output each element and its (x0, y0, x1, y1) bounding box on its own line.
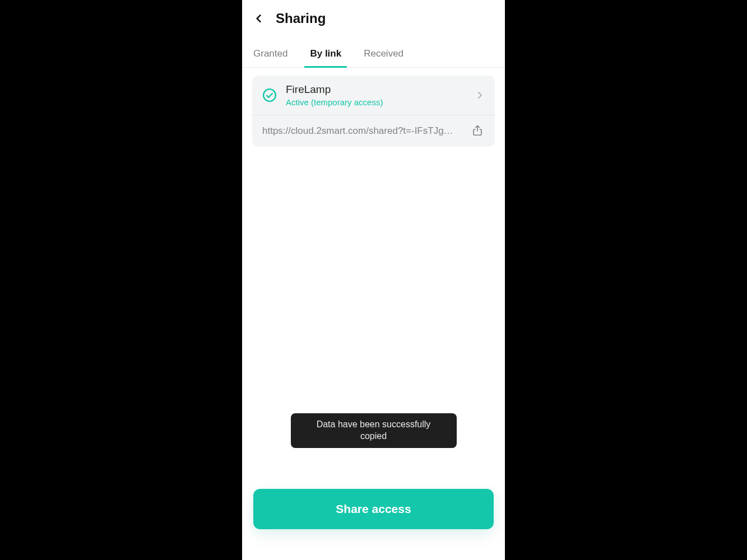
share-item-status: Active (temporary access) (286, 97, 475, 107)
share-link-button[interactable] (471, 124, 485, 138)
footer-area: Share access (242, 489, 505, 529)
back-button[interactable] (250, 10, 268, 27)
app-screen: Sharing Granted By link Received FireLam… (242, 0, 505, 560)
tabs-bar: Granted By link Received (242, 37, 505, 68)
svg-point-0 (263, 89, 276, 101)
share-item-row[interactable]: FireLamp Active (temporary access) (252, 76, 495, 115)
header-bar: Sharing (242, 0, 505, 37)
share-item-text: FireLamp Active (temporary access) (286, 83, 475, 107)
tab-granted[interactable]: Granted (253, 48, 287, 67)
share-access-button[interactable]: Share access (253, 489, 494, 529)
page-title: Sharing (276, 11, 326, 26)
content-area: FireLamp Active (temporary access) https… (242, 68, 505, 155)
share-icon (471, 124, 484, 137)
toast-notification: Data have been successfully copied (291, 413, 457, 448)
checkmark-circle-icon (262, 88, 277, 102)
chevron-right-icon (475, 90, 485, 100)
chevron-left-icon (253, 13, 265, 24)
share-link-row: https://cloud.2smart.com/shared?t=-IFsTJ… (252, 115, 495, 147)
share-link-text[interactable]: https://cloud.2smart.com/shared?t=-IFsTJ… (262, 125, 462, 137)
share-card: FireLamp Active (temporary access) https… (252, 76, 495, 147)
tab-received[interactable]: Received (364, 48, 403, 67)
tab-by-link[interactable]: By link (310, 48, 341, 67)
share-item-title: FireLamp (286, 83, 475, 96)
